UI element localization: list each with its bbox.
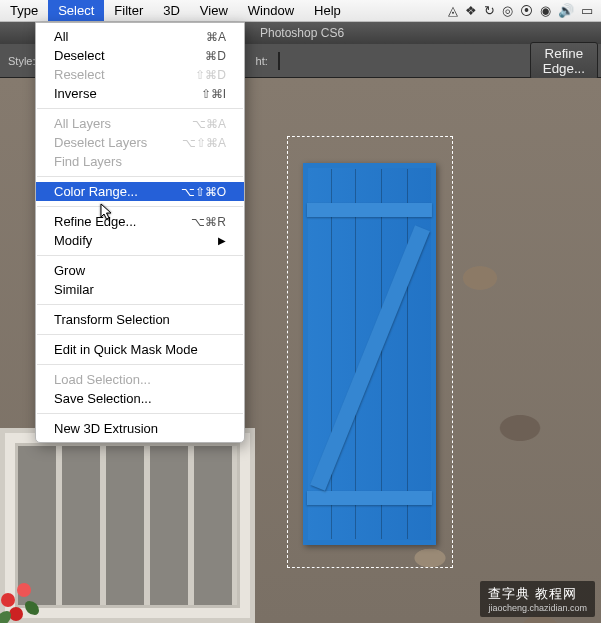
menu-item-deselect[interactable]: Deselect⌘D xyxy=(36,46,244,65)
menu-item-shortcut: ⌥⌘R xyxy=(191,215,226,229)
gdrive-icon[interactable]: ◬ xyxy=(448,3,458,18)
menu-item-shortcut: ⌥⇧⌘A xyxy=(182,136,226,150)
menu-item-all-layers: All Layers⌥⌘A xyxy=(36,114,244,133)
menu-item-shortcut: ⌥⌘A xyxy=(192,117,226,131)
menu-item-shortcut: ⇧⌘D xyxy=(195,68,226,82)
menu-item-modify[interactable]: Modify▶ xyxy=(36,231,244,250)
menu-separator xyxy=(37,108,243,109)
menu-item-label: Transform Selection xyxy=(54,312,170,327)
menu-item-load-selection: Load Selection... xyxy=(36,370,244,389)
menu-item-grow[interactable]: Grow xyxy=(36,261,244,280)
menu-item-label: Deselect xyxy=(54,48,105,63)
menu-item-label: Refine Edge... xyxy=(54,214,136,229)
menu-item-label: Color Range... xyxy=(54,184,138,199)
menu-item-label: Load Selection... xyxy=(54,372,151,387)
menu-separator xyxy=(37,413,243,414)
menu-separator xyxy=(37,255,243,256)
menu-item-deselect-layers: Deselect Layers⌥⇧⌘A xyxy=(36,133,244,152)
style-label: Style: xyxy=(8,55,36,67)
menu-window[interactable]: Window xyxy=(238,0,304,21)
menu-item-label: All Layers xyxy=(54,116,111,131)
menu-3d[interactable]: 3D xyxy=(153,0,190,21)
volume-icon[interactable]: 🔊 xyxy=(558,3,574,18)
menu-item-label: Save Selection... xyxy=(54,391,152,406)
refine-edge-button[interactable]: Refine Edge... xyxy=(530,42,598,80)
menu-item-label: Find Layers xyxy=(54,154,122,169)
apps-icon[interactable]: ⦿ xyxy=(520,3,533,18)
canvas-image-flowers xyxy=(0,573,55,623)
menu-item-all[interactable]: All⌘A xyxy=(36,27,244,46)
menu-item-shortcut: ⌘A xyxy=(206,30,226,44)
menu-item-shortcut: ⌘D xyxy=(205,49,226,63)
height-label: ht: xyxy=(256,55,268,67)
height-field[interactable] xyxy=(278,52,280,70)
menu-item-new-3d-extrusion[interactable]: New 3D Extrusion xyxy=(36,419,244,438)
menu-item-refine-edge[interactable]: Refine Edge...⌥⌘R xyxy=(36,212,244,231)
menu-item-label: All xyxy=(54,29,68,44)
wifi-icon[interactable]: ◉ xyxy=(540,3,551,18)
menu-item-label: Similar xyxy=(54,282,94,297)
menu-type[interactable]: Type xyxy=(0,0,48,21)
menu-item-label: New 3D Extrusion xyxy=(54,421,158,436)
menu-filter[interactable]: Filter xyxy=(104,0,153,21)
menu-separator xyxy=(37,364,243,365)
menu-item-color-range[interactable]: Color Range...⌥⇧⌘O xyxy=(36,182,244,201)
menu-item-label: Grow xyxy=(54,263,85,278)
app-title: Photoshop CS6 xyxy=(260,26,344,40)
sync-icon[interactable]: ↻ xyxy=(484,3,495,18)
menu-help[interactable]: Help xyxy=(304,0,351,21)
menu-item-reselect: Reselect⇧⌘D xyxy=(36,65,244,84)
menu-select[interactable]: Select xyxy=(48,0,104,21)
menu-item-shortcut: ⇧⌘I xyxy=(201,87,226,101)
menu-item-edit-in-quick-mask-mode[interactable]: Edit in Quick Mask Mode xyxy=(36,340,244,359)
menu-item-shortcut: ⌥⇧⌘O xyxy=(181,185,226,199)
menu-view[interactable]: View xyxy=(190,0,238,21)
menu-item-label: Deselect Layers xyxy=(54,135,147,150)
watermark-text: 查字典 教程网 xyxy=(488,586,577,601)
watermark: 查字典 教程网 jiaocheng.chazidian.com xyxy=(480,581,595,617)
menu-separator xyxy=(37,334,243,335)
menu-item-similar[interactable]: Similar xyxy=(36,280,244,299)
menu-separator xyxy=(37,176,243,177)
menu-item-find-layers: Find Layers xyxy=(36,152,244,171)
menu-item-inverse[interactable]: Inverse⇧⌘I xyxy=(36,84,244,103)
menu-separator xyxy=(37,206,243,207)
menu-separator xyxy=(37,304,243,305)
select-menu-dropdown: All⌘ADeselect⌘DReselect⇧⌘DInverse⇧⌘IAll … xyxy=(35,22,245,443)
system-menubar: TypeSelectFilter3DViewWindowHelp◬❖↻◎⦿◉🔊▭ xyxy=(0,0,601,22)
menu-item-label: Inverse xyxy=(54,86,97,101)
cc-icon[interactable]: ◎ xyxy=(502,3,513,18)
menu-item-label: Edit in Quick Mask Mode xyxy=(54,342,198,357)
canvas-image-shutter xyxy=(303,163,436,545)
chevron-right-icon: ▶ xyxy=(218,235,226,246)
battery-icon[interactable]: ▭ xyxy=(581,3,593,18)
menu-item-label: Modify xyxy=(54,233,92,248)
menu-item-label: Reselect xyxy=(54,67,105,82)
watermark-url: jiaocheng.chazidian.com xyxy=(488,603,587,613)
dropbox-icon[interactable]: ❖ xyxy=(465,3,477,18)
menu-item-save-selection[interactable]: Save Selection... xyxy=(36,389,244,408)
menu-item-transform-selection[interactable]: Transform Selection xyxy=(36,310,244,329)
